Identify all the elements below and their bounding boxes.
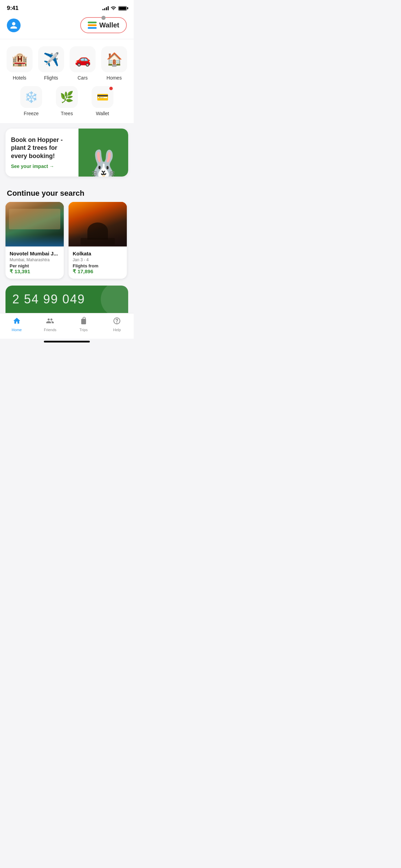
promo-text: Book on Hopper - plant 2 trees for every… bbox=[5, 129, 78, 177]
homes-icon: 🏠 bbox=[101, 46, 127, 72]
kolkata-price: ₹ 17,896 bbox=[73, 268, 123, 275]
category-item-freeze[interactable]: ❄️ Freeze bbox=[20, 86, 42, 116]
novotel-title: Novotel Mumbai J... bbox=[10, 251, 60, 256]
wallet-label: Wallet bbox=[99, 21, 119, 29]
status-time: 9:41 bbox=[7, 5, 19, 12]
status-bar: 9:41 bbox=[0, 0, 134, 14]
kolkata-dates: Jan 3 - 4 bbox=[73, 257, 123, 262]
bunny-character: 🐰 bbox=[86, 151, 121, 177]
cars-label: Cars bbox=[77, 75, 88, 81]
category-item-hotels[interactable]: 🏨 Hotels bbox=[5, 46, 34, 81]
signal-icon bbox=[102, 6, 109, 10]
svg-point-1 bbox=[117, 323, 117, 323]
hotels-label: Hotels bbox=[13, 75, 26, 81]
freeze-icon: ❄️ bbox=[20, 86, 42, 108]
search-card-kolkata[interactable]: Kolkata Jan 3 - 4 Flights from ₹ 17,896 bbox=[69, 202, 127, 279]
tab-trips[interactable]: Trips bbox=[73, 317, 94, 332]
tab-bar: Home Friends Trips Help bbox=[0, 313, 134, 339]
wallet-cards-icon bbox=[88, 22, 97, 29]
novotel-price: ₹ 13,391 bbox=[10, 268, 60, 275]
help-icon bbox=[113, 317, 121, 326]
tab-home[interactable]: Home bbox=[7, 317, 27, 332]
category-section: 🏨 Hotels ✈️ Flights 🚗 Cars 🏠 Homes ❄️ Fr… bbox=[0, 39, 134, 123]
kolkata-info: Kolkata Jan 3 - 4 Flights from ₹ 17,896 bbox=[69, 246, 127, 279]
wifi-icon bbox=[111, 5, 116, 11]
flights-icon: ✈️ bbox=[38, 46, 64, 72]
continue-search-title: Continue your search bbox=[7, 189, 127, 198]
wallet-notification-dot bbox=[109, 87, 113, 90]
avatar[interactable] bbox=[7, 19, 21, 32]
trips-icon bbox=[80, 317, 88, 326]
home-tab-label: Home bbox=[12, 328, 22, 332]
flights-label: Flights bbox=[44, 75, 58, 81]
category-item-trees[interactable]: 🌿 Trees bbox=[56, 86, 78, 116]
status-icons bbox=[102, 5, 127, 11]
search-card-novotel[interactable]: Novotel Mumbai J... Mumbai, Maharashtra … bbox=[5, 202, 64, 279]
wallet-small-label: Wallet bbox=[96, 111, 109, 116]
promo-title: Book on Hopper - plant 2 trees for every… bbox=[11, 136, 73, 160]
promo-link[interactable]: See your impact → bbox=[11, 164, 73, 169]
kolkata-title: Kolkata bbox=[73, 251, 123, 256]
battery-icon bbox=[118, 6, 127, 11]
novotel-per: Per night bbox=[10, 263, 60, 268]
wallet-button[interactable]: Wallet bbox=[80, 17, 127, 33]
kolkata-image bbox=[69, 202, 127, 246]
hotels-icon: 🏨 bbox=[7, 46, 33, 72]
category-item-homes[interactable]: 🏠 Homes bbox=[100, 46, 128, 81]
promo-image: 🐰 bbox=[78, 129, 128, 177]
bottom-card-circle bbox=[101, 286, 128, 313]
cars-icon: 🚗 bbox=[70, 46, 96, 72]
wallet-dot bbox=[101, 16, 106, 20]
bottom-card[interactable]: 2 54 99 049 bbox=[5, 286, 128, 313]
novotel-info: Novotel Mumbai J... Mumbai, Maharashtra … bbox=[5, 246, 64, 279]
top-categories-grid: 🏨 Hotels ✈️ Flights 🚗 Cars 🏠 Homes bbox=[5, 46, 128, 81]
help-tab-label: Help bbox=[113, 328, 121, 332]
trees-icon: 🌿 bbox=[56, 86, 78, 108]
home-indicator bbox=[44, 341, 90, 342]
bottom-card-number: 2 54 99 049 bbox=[12, 292, 85, 306]
tab-help[interactable]: Help bbox=[107, 317, 127, 332]
trips-tab-label: Trips bbox=[80, 328, 88, 332]
wallet-small-icon: 💳 bbox=[92, 86, 113, 108]
novotel-subtitle: Mumbai, Maharashtra bbox=[10, 257, 60, 262]
continue-search-section: Continue your search bbox=[0, 182, 134, 202]
header: Wallet bbox=[0, 14, 134, 39]
tab-friends[interactable]: Friends bbox=[40, 317, 60, 332]
homes-label: Homes bbox=[107, 75, 122, 81]
friends-tab-label: Friends bbox=[44, 328, 57, 332]
kolkata-per: Flights from bbox=[73, 263, 123, 268]
friends-icon bbox=[46, 317, 54, 326]
trees-label: Trees bbox=[61, 111, 73, 116]
promo-banner[interactable]: Book on Hopper - plant 2 trees for every… bbox=[5, 129, 128, 177]
category-item-flights[interactable]: ✈️ Flights bbox=[37, 46, 65, 81]
category-item-cars[interactable]: 🚗 Cars bbox=[69, 46, 97, 81]
search-cards-list: Novotel Mumbai J... Mumbai, Maharashtra … bbox=[0, 202, 134, 286]
novotel-image bbox=[5, 202, 64, 246]
home-icon bbox=[13, 317, 21, 326]
freeze-label: Freeze bbox=[24, 111, 39, 116]
category-item-wallet[interactable]: 💳 Wallet bbox=[92, 86, 113, 116]
bottom-categories-grid: ❄️ Freeze 🌿 Trees 💳 Wallet bbox=[5, 86, 128, 116]
